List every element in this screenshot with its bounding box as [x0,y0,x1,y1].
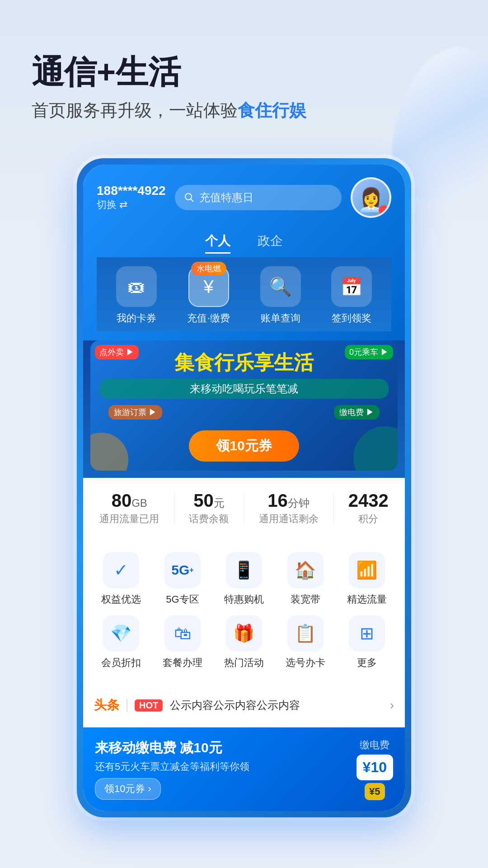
service-more[interactable]: ⊞ 更多 [339,615,394,670]
action-bills[interactable]: 🔍 账单查询 [260,266,301,325]
bills-icon: 🔍 [260,266,301,307]
banner-subtitle: 来移动吃喝玩乐笔笔减 [99,379,389,399]
stat-points: 2432 积分 [348,491,389,526]
banner-area: 点外卖 ▶ 0元乘车 ▶ 集食行乐享生活 来移动吃喝玩乐笔笔减 旅游订票 ▶ 缴… [83,340,405,478]
news-tag: 头条 [94,697,119,714]
action-my-cards[interactable]: 🎟 我的卡券 [116,266,157,325]
stat-balance-value: 50元 [189,491,229,510]
action-checkin[interactable]: 📅 签到领奖 [331,266,372,325]
service-rights[interactable]: ✓ 权益优选 [94,552,149,606]
data-label: 精选流量 [347,593,387,606]
news-section[interactable]: 头条 HOT 公示内容公示内容公示内容 › [83,688,405,723]
svg-point-0 [185,193,192,200]
member-label: 会员折扣 [101,656,141,670]
search-placeholder: 充值特惠日 [199,190,253,205]
my-cards-icon: 🎟 [116,266,157,307]
avatar[interactable]: 👩‍💼 [351,177,391,218]
service-activity[interactable]: 🎁 热门活动 [216,615,272,670]
banner-badge-right[interactable]: 0元乘车 ▶ [345,345,393,359]
subtitle-text: 首页服务再升级，一站体验 [32,101,238,120]
promo-yuan-badge: ¥10 [357,755,393,780]
stat-data-value: 80GB [99,491,159,510]
promo-icons: 缴电费 ¥10 ¥5 [357,738,393,800]
stat-points-value: 2432 [348,491,389,510]
phone-mockup: 188****4922 切换 ⇄ 充值特惠日 👩‍💼 [77,158,411,817]
tab-personal[interactable]: 个人 [205,232,230,254]
phone-tabs: 个人 政企 [97,225,391,257]
promo-subtitle: 还有5元火车票立减金等福利等你领 [95,760,349,774]
services-row-1: ✓ 权益优选 5G+ 5G专区 📱 特惠购机 🏠 [90,552,398,606]
banner-cta-button[interactable]: 领10元券 [189,430,299,462]
phone-number-area: 188****4922 切换 ⇄ [97,184,166,212]
banner-mini-left[interactable]: 旅游订票 ▶ [108,405,162,420]
stat-data: 80GB 通用流量已用 [99,491,159,526]
stat-minutes-value: 16分钟 [259,491,319,510]
stat-data-label: 通用流量已用 [99,512,159,526]
news-divider [127,698,127,712]
promo-banner[interactable]: 来移动缴电费 减10元 还有5元火车票立减金等福利等你领 领10元券 › 缴电费… [83,727,405,811]
services-section: ✓ 权益优选 5G+ 5G专区 📱 特惠购机 🏠 [83,543,405,683]
service-number[interactable]: 📋 选号办卡 [278,615,333,670]
more-label: 更多 [357,656,377,670]
service-phone[interactable]: 📱 特惠购机 [216,552,272,606]
promo-title: 来移动缴电费 减10元 [95,739,349,757]
subtitle-highlight: 食住行娱 [238,101,306,120]
stat-minutes: 16分钟 通用通话剩余 [259,491,319,526]
phone-switch-button[interactable]: 切换 ⇄ [97,198,166,212]
stats-section: 80GB 通用流量已用 50元 话费余额 16分钟 [83,478,405,538]
data-icon: 📶 [349,552,385,588]
rights-icon: ✓ [103,552,139,588]
stat-balance-label: 话费余额 [189,512,229,526]
phone-wrapper: 188****4922 切换 ⇄ 充值特惠日 👩‍💼 [41,158,447,817]
promo-small-badge: ¥5 [365,783,385,800]
news-arrow-icon[interactable]: › [390,698,394,712]
banner-mini-right[interactable]: 缴电费 ▶ [334,405,380,420]
action-recharge[interactable]: 水电燃 ¥ 充值·缴费 [187,266,230,325]
recharge-label: 充值·缴费 [187,311,230,325]
stat-points-label: 积分 [348,512,389,526]
banner-badge-left[interactable]: 点外卖 ▶ [95,345,139,359]
my-cards-label: 我的卡券 [117,311,156,325]
service-5g[interactable]: 5G+ 5G专区 [155,552,210,606]
svg-line-1 [191,199,193,202]
checkin-icon: 📅 [331,266,372,307]
number-label: 选号办卡 [286,656,325,670]
phone-number: 188****4922 [97,184,166,198]
plan-label: 套餐办理 [163,656,202,670]
service-data[interactable]: 📶 精选流量 [339,552,394,606]
page-subtitle: 首页服务再升级，一站体验食住行娱 [32,99,456,122]
recharge-badge: 水电燃 [191,262,226,275]
member-icon: 💎 [103,615,139,651]
services-row-2: 💎 会员折扣 🛍 套餐办理 🎁 热门活动 📋 [90,615,398,670]
promo-text: 来移动缴电费 减10元 还有5元火车票立减金等福利等你领 领10元券 › [95,739,349,800]
5g-icon: 5G+ [164,552,201,588]
phone-purchase-label: 特惠购机 [224,593,264,606]
phone-purchase-icon: 📱 [226,552,262,588]
promo-icon-label: 缴电费 [360,738,389,752]
phone-top-bar: 188****4922 切换 ⇄ 充值特惠日 👩‍💼 [83,165,405,340]
service-broadband[interactable]: 🏠 装宽带 [278,552,333,606]
activity-icon: 🎁 [226,615,262,651]
5g-label: 5G专区 [166,593,199,606]
search-bar[interactable]: 充值特惠日 [175,185,342,210]
broadband-icon: 🏠 [287,552,324,588]
stat-minutes-label: 通用通话剩余 [259,512,319,526]
activity-label: 热门活动 [224,656,264,670]
rights-label: 权益优选 [101,593,141,606]
news-hot-badge: HOT [135,699,163,712]
number-icon: 📋 [287,615,324,651]
avatar-notification-badge [379,205,389,215]
page-title: 通信+生活 [32,54,456,90]
bills-label: 账单查询 [261,311,300,325]
promo-cta-button[interactable]: 领10元券 › [95,778,161,800]
checkin-label: 签到领奖 [332,311,371,325]
phone-inner: 188****4922 切换 ⇄ 充值特惠日 👩‍💼 [83,165,405,811]
tab-enterprise[interactable]: 政企 [258,232,283,254]
quick-actions: 🎟 我的卡券 水电燃 ¥ 充值·缴费 🔍 账单查询 [97,257,391,331]
plan-icon: 🛍 [164,615,201,651]
main-banner[interactable]: 点外卖 ▶ 0元乘车 ▶ 集食行乐享生活 来移动吃喝玩乐笔笔减 旅游订票 ▶ 缴… [90,340,398,471]
search-icon [184,192,195,203]
service-member[interactable]: 💎 会员折扣 [94,615,149,670]
stat-balance: 50元 话费余额 [189,491,229,526]
service-plan[interactable]: 🛍 套餐办理 [155,615,210,670]
